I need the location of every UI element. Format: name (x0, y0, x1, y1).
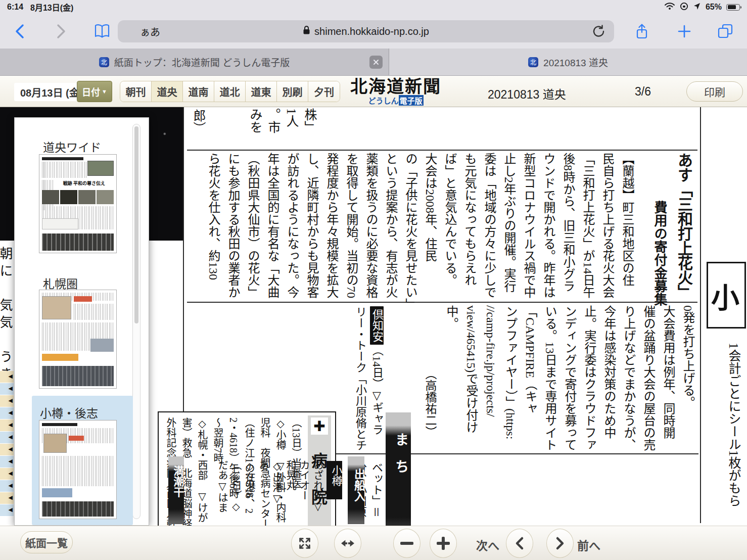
article-subheadline: 費用の寄付金募集 (648, 153, 671, 300)
text-column: 和晃丸 (284, 460, 297, 525)
machi-text: リー・トーク「小川原脩とチ (352, 306, 368, 458)
page-thumbnail-otaru[interactable] (39, 420, 117, 519)
fullscreen-button[interactable] (291, 529, 318, 558)
zoom-in-button[interactable] (430, 529, 457, 558)
section-title-otaru-shiribeshi: 小樽・後志 (40, 404, 98, 421)
page-thumbnail-sapporo[interactable] (39, 290, 117, 389)
text-column: し、近隣町村からも見物客 (302, 153, 321, 300)
text-column: ウンドで開かれる。昨年は (538, 153, 558, 300)
status-date: 8月13日(金) (30, 1, 73, 13)
column-rule (700, 107, 701, 523)
edition-tab-chokan[interactable]: 朝刊 (120, 81, 152, 102)
edition-tab-dohoku[interactable]: 道北 (214, 81, 246, 102)
tab-shimen-top[interactable]: 紙面トップ：北海道新聞 どうしん電子版 (0, 49, 389, 75)
text-column: ば」と意気込んでいる。 (440, 153, 459, 300)
text-column: 民自ら打ち上げる花火大会 (597, 153, 617, 300)
article-block-2: 0発を打ち上げる。大会費用は例年、同時開催の盆踊り大会の屋台の売り上げなどでまか… (425, 305, 697, 452)
bookmarks-icon[interactable] (93, 22, 111, 40)
browser-toolbar: ぁあ shimen.hokkaido-np.co.jp (0, 14, 747, 49)
reload-button[interactable] (592, 24, 606, 40)
reader-text-size-button[interactable]: ぁあ (140, 20, 160, 42)
text-column: 。市 (264, 108, 282, 150)
text-column: 委は「地域の方々に少しで (479, 153, 499, 300)
text-column: 大会は2008年、住民 (420, 153, 440, 300)
page-thumbnail-doo-wide[interactable]: 戦跡 平和の尊さ伝え (39, 154, 117, 253)
battery-icon (726, 4, 740, 11)
text-column: 発程度から年々規模を拡大 (321, 153, 341, 300)
site-favicon (528, 57, 538, 67)
text-column: ンプファイヤー）」(https: (500, 305, 520, 452)
text-column: 【蘭越】町三和地区の住 (617, 153, 637, 300)
back-button[interactable] (11, 22, 29, 40)
fit-width-button[interactable] (334, 529, 361, 558)
text-column: を取得して開始。当初の70 (341, 153, 361, 300)
page-thumbnails-panel: 道央ワイド 戦跡 平和の尊さ伝え 札幌圏 (14, 117, 149, 526)
tab-current-page[interactable]: 20210813 道央 (389, 49, 747, 75)
article-headline: あす「三和打上花火」 (671, 153, 696, 300)
zoom-out-button[interactable] (393, 529, 421, 558)
text-column: も元気になってもらえれ (459, 153, 479, 300)
page-list-button[interactable]: 紙面一覧 (20, 531, 73, 553)
section-title-sapporo: 札幌圏 (43, 274, 78, 292)
tab-close-icon[interactable] (369, 56, 383, 69)
text-column: という提案から、有志が火 (381, 153, 400, 300)
tide-bar-label: 満潮干 (170, 465, 185, 497)
print-button[interactable]: 印刷 (686, 81, 743, 102)
machi-text: （14日）▽ギャラ (370, 345, 383, 435)
edition-tab-doo[interactable]: 道央 (152, 81, 183, 102)
scrollbar-track[interactable] (132, 124, 141, 519)
ships-section-bar: 出船入 (348, 456, 364, 524)
edition-tab-bessatsu[interactable]: 別刷 (277, 81, 308, 102)
battery-percent: 65% (706, 3, 722, 12)
forward-button[interactable] (52, 22, 70, 40)
text-column: （秋田県大仙市）の花火」 (243, 153, 262, 300)
status-bar: 6:14 8月13日(金) 65% (0, 0, 747, 14)
new-tab-icon[interactable] (676, 23, 692, 41)
previous-page-label: 前へ (577, 536, 600, 553)
text-column: 新型コロナウイルス禍で中 (519, 153, 538, 300)
section-title-doo-wide: 道央ワイド (43, 138, 101, 155)
address-bar[interactable]: ぁあ shimen.hokkaido-np.co.jp (118, 20, 614, 42)
clipped-edge-text: 朝に 気気 うき (0, 247, 14, 384)
text-column: 0発を打ち上げる。 (678, 305, 697, 452)
viewer-toolbar: 08月13日 (金) 日付 朝刊 道央 道南 道北 道東 別刷 夕刊 北海道新聞… (0, 76, 747, 107)
article-rule (187, 302, 697, 303)
edition-tab-donan[interactable]: 道南 (183, 81, 214, 102)
edition-tabs: 朝刊 道央 道南 道北 道東 別刷 夕刊 (120, 81, 340, 102)
text-column: 中。 (441, 305, 461, 452)
previous-page-button[interactable] (546, 529, 574, 558)
text-column: ◇出港▽ (270, 460, 284, 525)
next-page-label: 次へ (476, 536, 499, 553)
article-byline: （高橋祐二） (421, 368, 438, 438)
page-title: 20210813 道央 (488, 85, 566, 102)
clipped-listing-cells (0, 371, 14, 517)
right-article-column: 1会計ごとにシール1枚がもら (726, 343, 741, 507)
date-picker-button[interactable]: 日付 (77, 81, 112, 102)
text-column: ら花火を仕入れ、約130 (203, 153, 223, 300)
page-indicator: 3/6 (635, 85, 651, 99)
medical-cross-icon (311, 417, 328, 435)
ships-columns: あざれあ▽カイオー和晃丸◇出港▽あ◇在港8（13日）◇だあ▽はま (214, 460, 324, 525)
bottom-toolbar: 紙面一覧 次へ 前へ (0, 526, 747, 560)
clock: 6:14 (7, 3, 23, 12)
text-column: カイオー (297, 460, 311, 525)
clipped-text-fragments: 株」1人。市みを (252, 108, 318, 150)
scrollbar-thumb[interactable] (134, 126, 138, 323)
text-column: 「CAMPFIRE（キャ (520, 305, 540, 452)
newspaper-canvas[interactable]: 朝に 気気 うき 郎） 株」1人。市みを あす「三和打上花火」 費用の寄付金募集… (0, 107, 747, 526)
text-column: 年は全国的に有名な「大曲 (262, 153, 282, 300)
text-column: 止。実行委はクラウドファ (579, 305, 599, 452)
next-page-button[interactable] (506, 529, 533, 558)
edition-tab-yukan[interactable]: 夕刊 (308, 81, 340, 102)
tab-bar: 紙面トップ：北海道新聞 どうしん電子版 20210813 道央 (0, 49, 747, 76)
text-column: 今年は感染対策のため中 (599, 305, 619, 452)
text-column: あ (256, 460, 270, 525)
tabs-overview-icon[interactable] (717, 23, 734, 41)
machi-section-bar: まち (386, 412, 411, 526)
text-column: 1人 (282, 108, 300, 150)
port-tag: 小樽 (326, 461, 342, 499)
edition-tab-doto[interactable]: 道東 (246, 81, 277, 102)
ipad-screen: 6:14 8月13日(金) 65% (0, 0, 747, 560)
text-column: 薬類を扱うのに必要な資格 (361, 153, 381, 300)
share-icon[interactable] (634, 23, 650, 42)
